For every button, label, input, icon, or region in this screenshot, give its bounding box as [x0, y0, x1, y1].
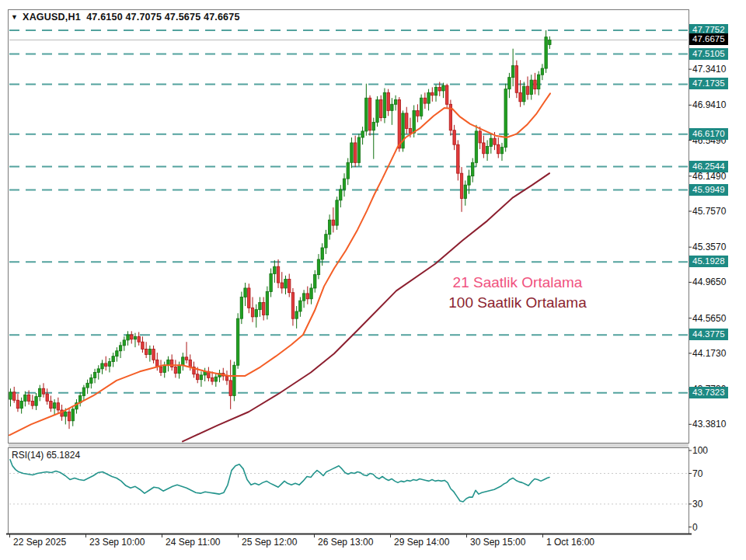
candle-body	[380, 99, 382, 117]
candle-body	[549, 40, 551, 44]
time-axis-label: 30 Sep 15:00	[470, 537, 525, 548]
candle-body	[189, 360, 191, 367]
candle-body	[291, 293, 294, 318]
candle-body	[141, 342, 144, 349]
level-price-badge: 43.7323	[689, 387, 728, 398]
price-scale-label: 44.1730	[692, 348, 726, 359]
candle-body	[383, 92, 385, 117]
candle-body	[240, 297, 242, 318]
chevron-down-icon[interactable]: ▼	[11, 13, 18, 21]
candle-body	[354, 143, 356, 162]
candle-body	[50, 401, 52, 408]
level-price-badge: 45.1928	[689, 256, 728, 267]
candle-body	[321, 248, 323, 259]
candle-body	[262, 302, 264, 315]
candle-body	[131, 335, 133, 339]
price-scale-label: 44.9650	[692, 277, 726, 287]
level-price-badge: 46.6170	[689, 128, 728, 140]
candle-body	[159, 367, 162, 373]
candle-body	[372, 122, 375, 130]
candle-body	[93, 372, 96, 377]
candle-body	[244, 288, 246, 297]
price-scale-label: 45.3570	[692, 242, 726, 252]
candle-body	[127, 335, 129, 340]
candle-body	[343, 179, 345, 190]
candle-body	[167, 360, 169, 365]
candle-body	[347, 162, 349, 179]
candle-body	[178, 365, 180, 373]
candle-body	[497, 144, 500, 154]
candle-body	[523, 86, 525, 102]
rsi-pane-frame	[9, 448, 689, 534]
candle-body	[479, 131, 481, 143]
candle-body	[105, 363, 107, 366]
candle-body	[376, 99, 378, 122]
candle-body	[361, 131, 364, 137]
candle-body	[537, 75, 539, 89]
level-price-badge: 47.1735	[689, 78, 728, 89]
candle-body	[340, 190, 342, 200]
candle-body	[90, 377, 92, 383]
price-scale-label: 45.7570	[692, 206, 726, 217]
chart-canvas[interactable]	[0, 0, 746, 560]
candle-body	[27, 395, 30, 401]
candle-body	[306, 294, 309, 299]
candle-body	[284, 279, 287, 288]
candle-body	[145, 349, 147, 354]
candle-body	[35, 397, 37, 406]
candle-body	[534, 80, 536, 89]
candle-body	[453, 130, 455, 144]
candle-body	[42, 388, 44, 394]
candle-body	[475, 131, 477, 162]
level-price-badge: 47.5105	[689, 48, 728, 60]
chart-title[interactable]: ▼XAGUSD,H1 47.6150 47.7075 47.5675 47.66…	[11, 12, 240, 23]
candle-body	[236, 318, 239, 365]
candle-body	[438, 87, 441, 91]
candle-body	[394, 99, 396, 104]
candle-body	[108, 362, 110, 367]
level-price-badge: 46.2544	[689, 161, 728, 172]
candle-body	[500, 148, 503, 154]
price-scale-label: 43.3810	[692, 419, 726, 430]
candle-body	[134, 336, 136, 339]
candle-body	[417, 110, 419, 116]
candle-body	[233, 365, 235, 395]
price-scale-label: 44.5650	[692, 313, 726, 324]
candle-body	[526, 86, 528, 94]
pane-separator	[9, 443, 688, 448]
candle-body	[119, 346, 121, 351]
candle-body	[174, 367, 176, 374]
candle-body	[424, 98, 426, 103]
candle-body	[270, 273, 272, 291]
candle-body	[391, 104, 393, 110]
candle-body	[64, 412, 67, 416]
candle-body	[123, 340, 125, 346]
candle-body	[112, 357, 114, 362]
candle-body	[409, 128, 411, 133]
candle-body	[277, 266, 279, 283]
candle-body	[365, 98, 368, 131]
candle-body	[398, 99, 400, 148]
candle-body	[413, 110, 415, 133]
candle-body	[508, 78, 511, 89]
candle-body	[46, 394, 48, 401]
candle-body	[39, 388, 41, 396]
ma21-line	[9, 93, 550, 435]
time-axis-label: 26 Sep 13:00	[318, 537, 373, 548]
candle-body	[515, 66, 518, 93]
candle-body	[225, 376, 228, 381]
rsi-line	[10, 460, 549, 502]
price-scale-label: 47.3410	[692, 64, 726, 75]
candle-body	[511, 66, 514, 78]
candle-body	[86, 383, 89, 388]
candle-body	[493, 138, 496, 144]
candle-body	[406, 113, 408, 129]
candle-body	[71, 409, 74, 421]
time-axis-label: 24 Sep 11:00	[166, 537, 221, 548]
rsi-scale-label: 30	[692, 499, 702, 510]
ohlc-values: 47.6150 47.7075 47.5675 47.6675	[86, 12, 239, 23]
candle-body	[13, 392, 16, 400]
candle-body	[197, 374, 199, 380]
candle-body	[368, 98, 371, 130]
candle-body	[248, 288, 250, 308]
